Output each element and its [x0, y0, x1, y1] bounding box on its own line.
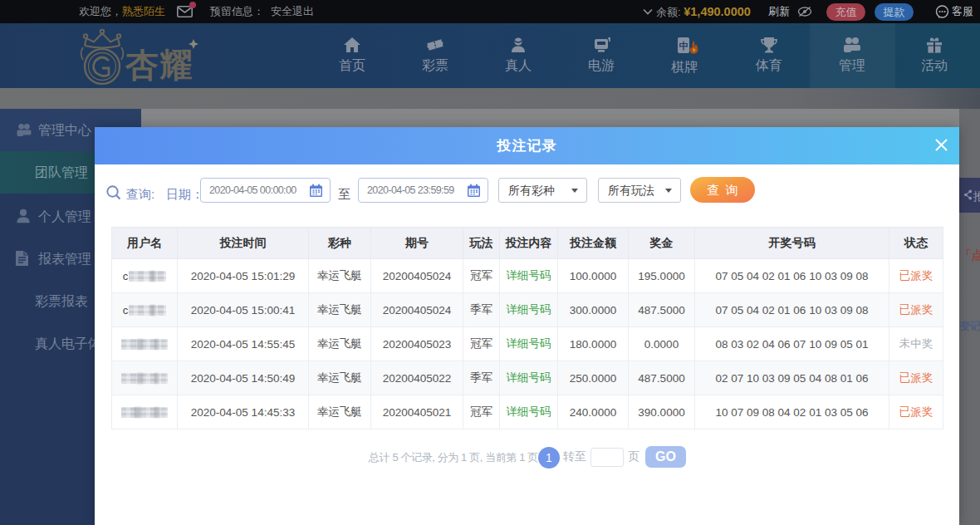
- svg-text:杏耀: 杏耀: [125, 47, 194, 83]
- svg-text:中: 中: [679, 41, 688, 51]
